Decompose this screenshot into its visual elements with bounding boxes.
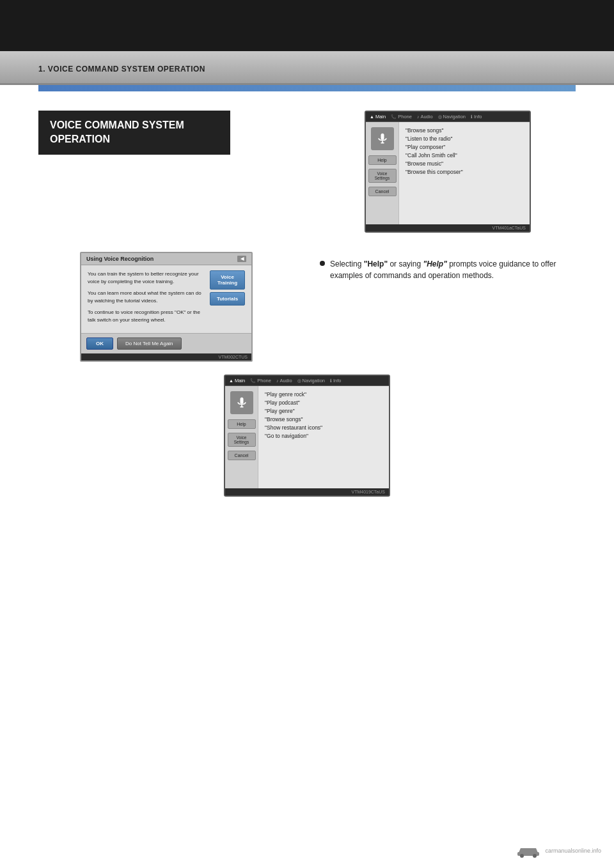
cancel-btn-1[interactable]: Cancel [368,187,397,196]
title-box: VOICE COMMAND SYSTEM OPERATION [38,111,230,155]
car-icon [516,844,541,858]
screen2-command-2: "Play podcast" [265,399,382,406]
dialog-watermark: VTM002CTUS [81,353,251,360]
watermark-text: carmanualsonline.info [545,848,601,854]
screen1-col: ▲ Main 📞 Phone ♪ Audio ◎ Navigation [320,111,576,233]
screen2-watermark: VTM4019CTaUS [225,488,389,495]
svg-point-7 [520,854,524,858]
row-title-screen: VOICE COMMAND SYSTEM OPERATION ▲ Main 📞 … [38,111,576,233]
svg-point-8 [533,854,537,858]
chapter-label: 1. VOICE COMMAND SYSTEM OPERATION [38,65,205,74]
command-3: "Play composer" [405,144,523,150]
title-col: VOICE COMMAND SYSTEM OPERATION [38,111,294,174]
bullet-col: Selecting "Help" or saying "Help" prompt… [320,252,576,288]
screen2-nav-navigation: ◎ Navigation [297,378,325,384]
cancel-btn-2[interactable]: Cancel [228,451,256,460]
command-6: "Browse this composer" [405,169,523,175]
svg-rect-3 [240,398,243,404]
screen2-nav-phone: 📞 Phone [250,378,271,384]
dialog-para-1: You can train the system to better recog… [88,270,205,286]
screen2-command-4: "Browse songs" [265,416,382,422]
screen2-col: ▲ Main 📞 Phone ♪ Audio ◎ Navigation [38,375,576,497]
nav-audio: ♪ Audio [417,114,433,120]
top-bar [0,0,614,51]
help-btn-2[interactable]: Help [228,419,256,429]
help-btn-1[interactable]: Help [368,155,397,165]
tutorials-btn[interactable]: Tutorials [210,292,245,306]
dialog-notell-btn[interactable]: Do Not Tell Me Again [117,337,182,350]
screen1-watermark: VTM401aCTaUS [366,224,530,231]
screen2-body: Help VoiceSettings Cancel "Play genre ro… [225,386,389,488]
screen2-nav-main: ▲ Main [229,378,245,384]
command-4: "Call John Smith cell" [405,152,523,159]
bullet-item-1: Selecting "Help" or saying "Help" prompt… [320,258,576,281]
dialog-footer: OK Do Not Tell Me Again [81,333,251,353]
mic-icon-area [371,127,394,150]
title-line1: VOICE COMMAND SYSTEM [50,120,184,130]
bottom-watermark: carmanualsonline.info [516,844,601,858]
nav-info: ℹ Info [471,114,482,120]
screen1-nav: ▲ Main 📞 Phone ♪ Audio ◎ Navigation [366,112,530,122]
screen2-nav-audio: ♪ Audio [276,378,292,384]
row-dialog-bullet: Using Voice Recognition ◀ You can train … [38,252,576,362]
screen2-command-6: "Go to navigation" [265,433,382,439]
nav-navigation: ◎ Navigation [438,114,466,120]
screen2-commands: "Play genre rock" "Play podcast" "Play g… [258,386,389,488]
screen-mockup-1: ▲ Main 📞 Phone ♪ Audio ◎ Navigation [365,111,531,233]
screen1-sidebar: Help VoiceSettings Cancel [366,122,399,224]
screen2-command-3: "Play genre" [265,408,382,414]
dialog-ok-btn[interactable]: OK [86,337,113,350]
command-2: "Listen to the radio" [405,136,523,142]
header-section: 1. VOICE COMMAND SYSTEM OPERATION [0,51,614,85]
blue-accent-bar [38,85,576,91]
screen2-command-1: "Play genre rock" [265,391,382,398]
dialog-text-area: You can train the system to better recog… [88,270,205,328]
screen2-sidebar: Help VoiceSettings Cancel [225,386,258,488]
row-screen2: ▲ Main 📞 Phone ♪ Audio ◎ Navigation [38,375,576,497]
main-content: VOICE COMMAND SYSTEM OPERATION ▲ Main 📞 … [0,91,614,548]
screen2-command-5: "Show restaurant icons" [265,424,382,431]
dialog-title: Using Voice Recognition [86,256,154,262]
svg-rect-0 [381,134,384,140]
dialog-body: You can train the system to better recog… [81,265,251,333]
dialog-col: Using Voice Recognition ◀ You can train … [38,252,294,362]
dialog-side-buttons: VoiceTraining Tutorials [210,270,245,328]
screen1-body: Help VoiceSettings Cancel "Browse songs"… [366,122,530,224]
voice-recognition-dialog: Using Voice Recognition ◀ You can train … [80,252,253,362]
nav-phone: 📞 Phone [391,114,412,120]
voice-settings-btn-2[interactable]: VoiceSettings [228,433,256,447]
bullet-section: Selecting "Help" or saying "Help" prompt… [320,252,576,288]
screen2-mic-icon [230,391,253,414]
command-1: "Browse songs" [405,127,523,134]
bullet-dot [320,261,325,266]
bullet-text: Selecting "Help" or saying "Help" prompt… [330,258,576,281]
dialog-para-2: You can learn more about what the system… [88,290,205,305]
voice-settings-btn-1[interactable]: VoiceSettings [368,169,397,183]
title-line2: OPERATION [50,134,110,144]
dialog-para-3: To continue to voice recognition press "… [88,309,205,324]
dialog-back-btn[interactable]: ◀ [237,256,246,262]
command-5: "Browse music" [405,160,523,167]
screen1-commands: "Browse songs" "Listen to the radio" "Pl… [399,122,530,224]
screen-mockup-2: ▲ Main 📞 Phone ♪ Audio ◎ Navigation [224,375,390,497]
voice-training-btn[interactable]: VoiceTraining [210,270,245,290]
nav-main: ▲ Main [370,114,386,120]
screen2-nav: ▲ Main 📞 Phone ♪ Audio ◎ Navigation [225,376,389,386]
screen2-nav-info: ℹ Info [330,378,342,384]
dialog-title-bar: Using Voice Recognition ◀ [81,253,251,265]
